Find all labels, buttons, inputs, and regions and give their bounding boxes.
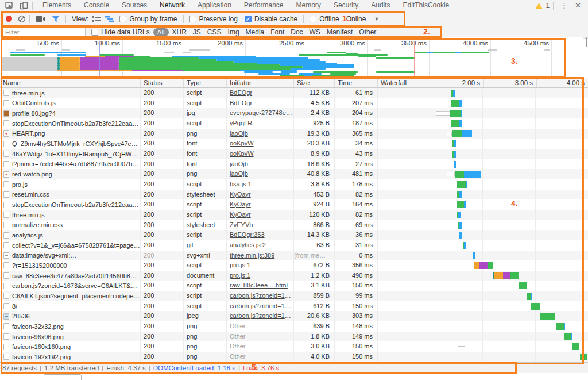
initiator-link[interactable]: yPqqLR [230, 120, 252, 126]
column-header-size[interactable]: Size [294, 78, 335, 87]
request-row[interactable]: pro.js200scriptbsa.js:13.8 KB178 ms [0, 179, 588, 190]
request-row[interactable]: favicon-96x96.png200pngOther1.8 KB149 ms [0, 332, 588, 342]
filter-type-manifest[interactable]: Manifest [327, 28, 353, 36]
filter-input[interactable] [2, 28, 86, 37]
request-row[interactable]: normalize.min.css200stylesheetZvEYVb866 … [0, 220, 588, 231]
request-row[interactable]: favicon-160x160.png200pngOther3.0 KB150 … [0, 341, 588, 352]
filter-type-ws[interactable]: WS [310, 28, 320, 36]
request-row[interactable]: l?primer=7cdcb44be4a7db8877ffa5c0007b8d…… [0, 159, 588, 170]
request-row[interactable]: analytics.js200scriptBdEOgr:35314.3 KB36… [0, 230, 588, 240]
capture-screenshots-icon[interactable] [36, 16, 46, 22]
clear-button[interactable] [18, 15, 26, 23]
initiator-link[interactable]: KyOayr [230, 201, 251, 208]
initiator-link[interactable]: analytics.js:2 [230, 241, 266, 248]
filter-type-media[interactable]: Media [246, 28, 265, 36]
request-row[interactable]: reset.min.css200stylesheetKyOayr453 B82 … [0, 190, 588, 200]
request-row[interactable]: profile-80.jpg?4200jpgeverypage-272748e…… [0, 108, 588, 118]
initiator-link[interactable]: KyOayr [230, 211, 251, 218]
initiator-link[interactable]: carbon.js?zoneid=167… [230, 292, 294, 299]
request-row[interactable]: OrbitControls.js200scriptBdEOgr4.5 KB207… [0, 98, 588, 109]
filter-type-other[interactable]: Other [359, 28, 376, 36]
request-row[interactable]: Q_Z9mv4hySLTMoMjnk_rCXYhjbSpvc47ee6x…200… [0, 139, 588, 149]
request-row[interactable]: favicon-32x32.png200pngOther639 B148 ms [0, 321, 588, 332]
request-row[interactable]: three.min.js200scriptBdEOgr112 KB61 ms [0, 88, 588, 98]
close-devtools-icon[interactable]: ✕ [571, 1, 585, 10]
tab-application[interactable]: Application [191, 0, 238, 11]
initiator-link[interactable]: jaoOjb [230, 170, 248, 177]
filter-icon[interactable] [52, 16, 60, 22]
request-row[interactable]: 8/200scriptcarbon.js?zoneid=167…612 B150… [0, 301, 588, 312]
column-header-time[interactable]: Time [335, 78, 378, 87]
initiator-link[interactable]: pro.js:1 [230, 272, 250, 279]
preserve-log-checkbox[interactable]: Preserve log [189, 15, 238, 23]
tab-editthiscookie[interactable]: EditThisCookie [397, 0, 456, 11]
show-overview-view-icon[interactable] [105, 16, 114, 22]
request-row[interactable]: favicon-192x192.png200pngOther4.0 KB150 … [0, 352, 588, 362]
record-button[interactable] [6, 16, 12, 22]
tab-sources[interactable]: Sources [115, 0, 153, 11]
large-rows-view-icon[interactable] [92, 16, 101, 22]
offline-checkbox[interactable]: Offline [310, 15, 339, 23]
size-cell: 8.9 KB [294, 149, 335, 159]
hide-data-urls-checkbox[interactable]: Hide data URLs [91, 28, 150, 36]
request-row[interactable]: 28536200jpegcarbon.js?zoneid=167…20.6 KB… [0, 311, 588, 321]
request-row[interactable]: three.min.js200scriptKyOayr120 KB82 ms [0, 210, 588, 220]
initiator-link[interactable]: pro.js:1 [230, 262, 250, 268]
initiator-link[interactable]: bsa.js:1 [230, 181, 252, 187]
initiator-link[interactable]: BdEOgr [230, 99, 252, 106]
request-row[interactable]: C6AILKT.json?segment=placement:codepen&…… [0, 291, 588, 301]
column-header-status[interactable]: Status [141, 78, 184, 87]
initiator-link[interactable]: carbon.js?zoneid=167… [230, 302, 294, 309]
request-row[interactable]: 46aYWdgz-1oFX11flmyEfRampu5_7CjHW5sp…200… [0, 149, 588, 159]
request-row[interactable]: ♥HEART.png200pngjaoOjb19.3 KB365 ms [0, 129, 588, 139]
initiator-link[interactable]: BdEOgr [230, 89, 252, 96]
tab-memory[interactable]: Memory [290, 0, 327, 11]
filter-type-xhr[interactable]: XHR [172, 28, 187, 36]
filter-type-all[interactable]: All [153, 28, 169, 36]
column-header-type[interactable]: Type [184, 78, 227, 87]
initiator-link[interactable]: three.min.js:389 [230, 252, 274, 259]
tab-performance[interactable]: Performance [238, 0, 290, 11]
filter-type-doc[interactable]: Doc [291, 28, 303, 36]
initiator-link[interactable]: ZvEYVb [230, 221, 253, 228]
tab-elements[interactable]: Elements [36, 0, 78, 11]
network-overview-timeline[interactable]: 500 ms1000 ms1500 ms2000 ms2500 ms3000 m… [0, 37, 583, 78]
initiator-link[interactable]: ooKpvW [230, 150, 254, 157]
initiator-link[interactable]: jaoOjb [230, 160, 248, 167]
initiator-link[interactable]: carbon.js?zoneid=167… [230, 312, 294, 319]
column-header-initiator[interactable]: Initiator [227, 78, 294, 87]
request-row[interactable]: raw_88c3eee3c477a80ae2ad70ff14560b86.htm… [0, 271, 588, 281]
initiator-link[interactable]: raw_88c3eee….html [230, 282, 288, 289]
request-row[interactable]: data:image/svg+xml;…200svg+xmlthree.min.… [0, 251, 588, 261]
tab-audits[interactable]: Audits [365, 0, 396, 11]
request-row[interactable]: stopExecutionOnTimeout-b2a7b3fe212eaa73…… [0, 118, 588, 129]
filter-type-img[interactable]: Img [228, 28, 239, 36]
statusbar-separator: | [149, 364, 150, 371]
tab-security[interactable]: Security [327, 0, 365, 11]
filter-type-font[interactable]: Font [270, 28, 284, 36]
request-row[interactable]: collect?v=1&_v=j66&a=675828761&t=pagevie… [0, 240, 588, 251]
overflow-menu-icon[interactable]: ⋮ [557, 1, 571, 10]
column-header-name[interactable]: Name [0, 78, 141, 87]
request-row[interactable]: ?r=1513152000000200scriptpro.js:1672 B35… [0, 260, 588, 271]
filter-type-js[interactable]: JS [193, 28, 201, 36]
initiator-link[interactable]: BdEOgr:353 [230, 231, 265, 238]
column-header-waterfall[interactable]: Waterfall2.00 s3.00 s4.00 s [378, 78, 588, 87]
request-row[interactable]: stopExecutionOnTimeout-b2a7b3fe212eaa73…… [0, 199, 588, 210]
scrollbar-thumb[interactable] [586, 37, 587, 47]
initiator-link[interactable]: ooKpvW [230, 140, 254, 147]
inspect-element-icon[interactable] [5, 1, 14, 10]
initiator-link[interactable]: KyOayr [230, 191, 251, 198]
device-toolbar-icon[interactable] [19, 1, 29, 10]
tab-console[interactable]: Console [78, 0, 115, 11]
initiator-link[interactable]: everypage-272748e…… [230, 109, 294, 116]
tab-network[interactable]: Network [153, 0, 191, 11]
warning-icon[interactable] [534, 1, 544, 10]
request-row[interactable]: ●red-watch.png200pngjaoOjb40.8 KB481 ms [0, 169, 588, 179]
initiator-link[interactable]: jaoOjb [230, 130, 248, 137]
request-row[interactable]: carbon.js?zoneid=1673&serve=C6AILKT&pla…… [0, 281, 588, 291]
filter-type-css[interactable]: CSS [207, 28, 222, 36]
disable-cache-checkbox[interactable]: ✓Disable cache [245, 15, 297, 23]
throttling-dropdown[interactable]: Online ▼ [346, 15, 380, 23]
group-by-frame-checkbox[interactable]: Group by frame [119, 15, 177, 23]
